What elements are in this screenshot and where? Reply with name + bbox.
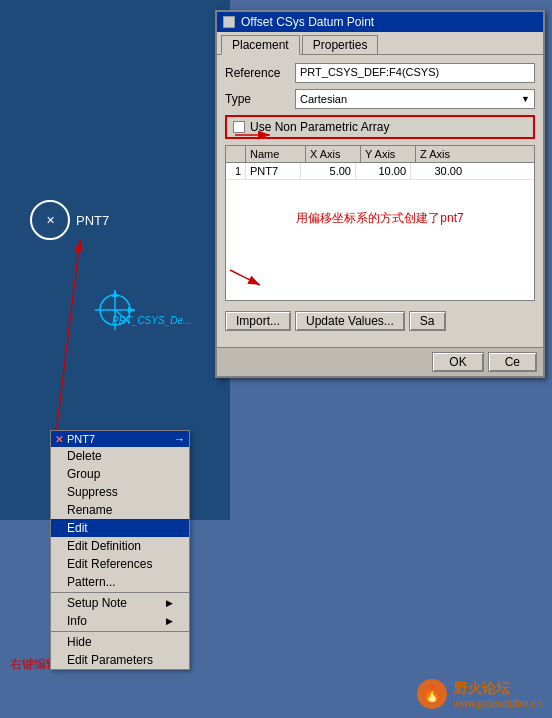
pnt7-x-icon: ✕ — [46, 214, 55, 227]
th-xaxis: X Axis — [306, 146, 361, 162]
tab-properties[interactable]: Properties — [302, 35, 379, 54]
ctx-edit-references[interactable]: Edit References — [51, 555, 189, 573]
td-name: PNT7 — [246, 163, 301, 179]
table-empty-area: 用偏移坐标系的方式创建了pnt7 — [226, 180, 534, 300]
ctx-rename[interactable]: Rename — [51, 501, 189, 519]
ctx-setup-note[interactable]: Setup Note ▶ — [51, 594, 189, 612]
non-parametric-checkbox[interactable] — [233, 121, 245, 133]
ctx-pattern[interactable]: Pattern... — [51, 573, 189, 591]
type-select[interactable]: Cartesian ▼ — [295, 89, 535, 109]
reference-row: Reference PRT_CSYS_DEF:F4(CSYS) — [225, 63, 535, 83]
tab-placement[interactable]: Placement — [221, 35, 300, 55]
svg-marker-5 — [128, 307, 135, 313]
csys-label: PRT_CSYS_De... — [112, 315, 191, 326]
checkbox-label: Use Non Parametric Array — [250, 120, 389, 134]
pnt7-text: PNT7 — [76, 213, 109, 228]
ctx-edit-definition[interactable]: Edit Definition — [51, 537, 189, 555]
ctx-delete[interactable]: Delete — [51, 447, 189, 465]
ctx-group[interactable]: Group — [51, 465, 189, 483]
points-table: Name X Axis Y Axis Z Axis 1 PNT7 5.00 10… — [225, 145, 535, 301]
type-select-value: Cartesian — [300, 93, 347, 105]
watermark-logo-icon: 🔥 — [416, 678, 448, 710]
watermark-text-area: 野火论坛 www.proewildfire.cn — [454, 680, 542, 709]
save-button[interactable]: Sa — [409, 311, 446, 331]
cancel-button[interactable]: Ce — [488, 352, 537, 372]
ctx-hide[interactable]: Hide — [51, 633, 189, 651]
td-zaxis: 30.00 — [411, 163, 466, 179]
update-values-button[interactable]: Update Values... — [295, 311, 405, 331]
ctx-title: PNT7 — [67, 433, 95, 445]
dialog-title: Offset CSys Datum Point — [241, 15, 374, 29]
csys-cross-svg — [90, 285, 140, 335]
dialog-footer: OK Ce — [217, 347, 543, 376]
ctx-divider2 — [51, 631, 189, 632]
checkbox-row[interactable]: Use Non Parametric Array — [225, 115, 535, 139]
ctx-info[interactable]: Info ▶ — [51, 612, 189, 630]
pnt7-circle: ✕ — [30, 200, 70, 240]
offset-csys-dialog: Offset CSys Datum Point Placement Proper… — [215, 10, 545, 378]
dialog-icon — [223, 16, 235, 28]
watermark-url: www.proewildfire.cn — [454, 698, 542, 709]
td-xaxis: 5.00 — [301, 163, 356, 179]
svg-text:🔥: 🔥 — [422, 684, 442, 703]
context-menu: ✕ PNT7 → Delete Group Suppress Rename Ed… — [50, 430, 190, 670]
type-row: Type Cartesian ▼ — [225, 89, 535, 109]
select-arrow-icon: ▼ — [521, 94, 530, 104]
ctx-arrow-icon: → — [99, 433, 185, 445]
submenu-arrow-icon2: ▶ — [166, 616, 173, 626]
ctx-edit[interactable]: Edit — [51, 519, 189, 537]
table-row: 1 PNT7 5.00 10.00 30.00 — [226, 163, 534, 180]
ok-button[interactable]: OK — [432, 352, 483, 372]
th-num — [226, 146, 246, 162]
svg-marker-4 — [112, 290, 118, 297]
reference-input[interactable]: PRT_CSYS_DEF:F4(CSYS) — [295, 63, 535, 83]
th-zaxis: Z Axis — [416, 146, 471, 162]
dialog-content: Reference PRT_CSYS_DEF:F4(CSYS) Type Car… — [217, 55, 543, 347]
ctx-suppress[interactable]: Suppress — [51, 483, 189, 501]
watermark: 🔥 野火论坛 www.proewildfire.cn — [416, 678, 542, 710]
pnt7-canvas-label: ✕ PNT7 — [30, 200, 109, 240]
table-header: Name X Axis Y Axis Z Axis — [226, 146, 534, 163]
td-row-num: 1 — [226, 163, 246, 179]
annotation-text: 用偏移坐标系的方式创建了pnt7 — [226, 180, 534, 231]
reference-label: Reference — [225, 66, 295, 80]
type-label: Type — [225, 92, 295, 106]
dialog-tabs: Placement Properties — [217, 32, 543, 55]
watermark-title: 野火论坛 — [454, 680, 542, 698]
ctx-close-icon[interactable]: ✕ — [55, 434, 63, 445]
th-name: Name — [246, 146, 306, 162]
type-select-box[interactable]: Cartesian ▼ — [295, 89, 535, 109]
td-yaxis: 10.00 — [356, 163, 411, 179]
csys-cross — [90, 285, 140, 338]
submenu-arrow-icon: ▶ — [166, 598, 173, 608]
dialog-titlebar: Offset CSys Datum Point — [217, 12, 543, 32]
ctx-edit-parameters[interactable]: Edit Parameters — [51, 651, 189, 669]
ctx-divider1 — [51, 592, 189, 593]
th-yaxis: Y Axis — [361, 146, 416, 162]
import-button[interactable]: Import... — [225, 311, 291, 331]
context-menu-titlebar: ✕ PNT7 → — [51, 431, 189, 447]
bottom-buttons: Import... Update Values... Sa — [225, 307, 535, 335]
